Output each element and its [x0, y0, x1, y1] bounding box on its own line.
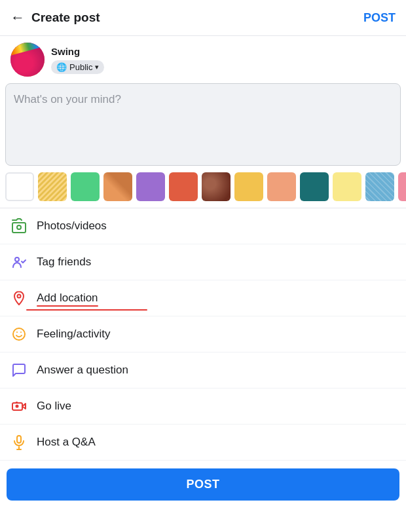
menu-item-host-qa[interactable]: Host a Q&A	[0, 425, 406, 461]
menu-item-feeling-activity[interactable]: Feeling/activity	[0, 316, 406, 352]
location-icon	[10, 290, 28, 307]
header-left: ← Create post	[10, 9, 100, 26]
action-menu: Photos/videos Tag friends Add location	[0, 208, 406, 461]
mic-icon	[10, 434, 28, 451]
go-live-label: Go live	[37, 400, 71, 413]
swatch-yellow2[interactable]	[234, 172, 263, 201]
background-swatches	[0, 166, 406, 208]
tag-friends-label: Tag friends	[37, 256, 91, 269]
svg-point-1	[17, 225, 21, 229]
answer-question-label: Answer a question	[37, 364, 128, 377]
user-name: Swing	[51, 46, 104, 57]
menu-item-photos-videos[interactable]: Photos/videos	[0, 208, 406, 244]
svg-point-4	[13, 328, 25, 340]
header-post-button[interactable]: POST	[363, 11, 396, 25]
avatar-circle	[10, 43, 45, 77]
camera-icon	[10, 218, 28, 235]
post-button[interactable]: POST	[7, 468, 399, 501]
feeling-activity-label: Feeling/activity	[37, 328, 110, 341]
user-row: Swing 🌐 Public ▾	[0, 36, 406, 83]
add-location-label: Add location	[37, 292, 98, 305]
globe-icon: 🌐	[56, 62, 67, 72]
swatch-white[interactable]	[5, 172, 34, 201]
svg-point-8	[16, 406, 18, 408]
add-location-underline	[26, 309, 147, 311]
svg-rect-10	[17, 436, 21, 443]
menu-item-go-live[interactable]: Go live	[0, 389, 406, 425]
menu-item-tag-friends[interactable]: Tag friends	[0, 244, 406, 280]
swatch-orange-pattern[interactable]	[103, 172, 132, 201]
post-textarea[interactable]	[6, 84, 400, 162]
swatch-yellow-pattern[interactable]	[38, 172, 67, 201]
chat-icon	[10, 362, 28, 379]
camera-live-icon	[10, 398, 28, 415]
swatch-teal[interactable]	[300, 172, 329, 201]
host-qa-label: Host a Q&A	[37, 436, 96, 449]
svg-point-3	[18, 295, 21, 298]
header: ← Create post POST	[0, 0, 406, 36]
swatch-light-yellow[interactable]	[333, 172, 361, 201]
post-button-wrapper: POST	[0, 461, 406, 508]
swatch-red[interactable]	[169, 172, 198, 201]
avatar	[10, 43, 45, 77]
chevron-down-icon: ▾	[95, 63, 99, 71]
swatch-purple[interactable]	[136, 172, 165, 201]
page-title: Create post	[31, 10, 100, 25]
audience-label: Public	[69, 62, 92, 72]
emoji-icon	[10, 326, 28, 343]
photos-videos-label: Photos/videos	[37, 219, 107, 233]
swatch-peach[interactable]	[267, 172, 296, 201]
back-button[interactable]: ←	[10, 9, 25, 26]
swatch-dark-pattern[interactable]	[202, 172, 231, 201]
swatch-blue-pattern[interactable]	[365, 172, 394, 201]
menu-item-add-location[interactable]: Add location	[0, 280, 406, 316]
user-info: Swing 🌐 Public ▾	[51, 46, 104, 74]
post-input-wrapper	[5, 83, 401, 166]
person-icon	[10, 254, 28, 271]
audience-selector[interactable]: 🌐 Public ▾	[51, 60, 104, 74]
svg-rect-9	[16, 402, 18, 403]
svg-point-2	[15, 257, 19, 261]
svg-rect-0	[12, 223, 26, 233]
swatch-green[interactable]	[71, 172, 100, 201]
swatch-pink[interactable]	[398, 172, 406, 201]
menu-item-answer-question[interactable]: Answer a question	[0, 352, 406, 389]
